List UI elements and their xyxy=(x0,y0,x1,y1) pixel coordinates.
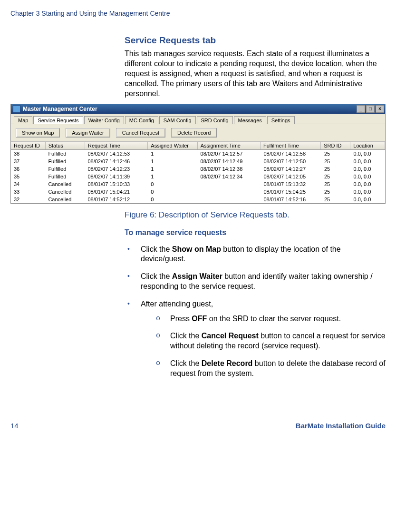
cell: 08/01/07 14:52:12 xyxy=(85,196,148,203)
column-header[interactable]: Request ID xyxy=(11,142,46,149)
tab-srd-config[interactable]: SRD Config xyxy=(197,116,233,124)
screenshot-window: Master Management Center _ □ × MapServic… xyxy=(10,104,386,204)
show-on-map-button[interactable]: Show on Map xyxy=(16,128,60,138)
tab-sam-config[interactable]: SAM Config xyxy=(159,116,196,124)
window-titlebar: Master Management Center _ □ × xyxy=(11,104,385,114)
column-header[interactable]: Location xyxy=(350,142,385,149)
cell: 0.0, 0.0 xyxy=(351,158,385,165)
chapter-header: Chapter 3 Starting and Using the Managem… xyxy=(10,10,386,17)
cancel-request-button[interactable]: Cancel Request xyxy=(116,128,165,138)
cell: 25 xyxy=(321,188,351,196)
cell: 08/01/07 15:04:21 xyxy=(85,188,148,196)
table-row[interactable]: 35Fulfilled08/02/07 14:11:39108/02/07 14… xyxy=(11,173,385,180)
text: Click the xyxy=(141,245,172,253)
cell: 25 xyxy=(321,196,351,203)
cell: 08/02/07 14:12:34 xyxy=(198,173,261,180)
procedure-heading: To manage service requests xyxy=(125,228,386,237)
cell xyxy=(198,180,261,188)
text: Click the xyxy=(170,359,202,367)
column-header[interactable]: Fulfilment Time xyxy=(261,142,321,149)
cell: 0 xyxy=(148,180,197,188)
cell xyxy=(198,188,261,196)
close-button[interactable]: × xyxy=(376,105,384,113)
tab-map[interactable]: Map xyxy=(14,116,32,124)
cell xyxy=(198,196,261,203)
sub-press-off: Press OFF on the SRD to clear the server… xyxy=(156,314,386,324)
cell: 33 xyxy=(11,188,45,196)
cell: 35 xyxy=(11,173,45,180)
bold-text: Cancel Request xyxy=(202,332,259,340)
guide-title: BarMate Installation Guide xyxy=(296,422,386,430)
table-row[interactable]: 34Cancelled08/01/07 15:10:33008/01/07 15… xyxy=(11,180,385,188)
cell: 1 xyxy=(148,165,197,173)
assign-waiter-button[interactable]: Assign Waiter xyxy=(66,128,110,138)
text: After attending guest, xyxy=(141,300,213,308)
bullet-assign-waiter: Click the Assign Waiter button and ident… xyxy=(125,272,386,292)
grid-body: 38Fulfilled08/02/07 14:12:53108/02/07 14… xyxy=(11,150,385,203)
tab-waiter-config[interactable]: Waiter Config xyxy=(84,116,124,124)
cell: Fulfilled xyxy=(45,165,85,173)
delete-record-button[interactable]: Delete Record xyxy=(171,128,217,138)
cell: 25 xyxy=(321,150,351,158)
column-header[interactable]: Assigned Waiter xyxy=(148,142,197,149)
tab-messages[interactable]: Messages xyxy=(234,116,266,124)
cell: 34 xyxy=(11,180,45,188)
cell: 08/02/07 14:12:27 xyxy=(261,165,321,173)
figure-caption: Figure 6: Description of Service Request… xyxy=(125,210,386,220)
cell: 0.0, 0.0 xyxy=(351,173,385,180)
cell: 08/02/07 14:12:46 xyxy=(85,158,148,165)
table-row[interactable]: 33Cancelled08/01/07 15:04:21008/01/07 15… xyxy=(11,188,385,196)
tab-service-requests[interactable]: Service Requests xyxy=(33,116,83,124)
text: on the SRD to clear the server request. xyxy=(207,315,341,323)
cell: 08/02/07 14:12:05 xyxy=(261,173,321,180)
table-row[interactable]: 38Fulfilled08/02/07 14:12:53108/02/07 14… xyxy=(11,150,385,158)
cell: 08/01/07 15:10:33 xyxy=(85,180,148,188)
data-grid: Request IDStatusRequest TimeAssigned Wai… xyxy=(11,141,385,203)
tab-settings[interactable]: Settings xyxy=(267,116,295,124)
cell: 0.0, 0.0 xyxy=(351,196,385,203)
cell: 08/01/07 14:52:16 xyxy=(261,196,321,203)
toolbar: Show on MapAssign WaiterCancel RequestDe… xyxy=(11,124,385,141)
cell: 08/02/07 14:12:50 xyxy=(261,158,321,165)
text: Click the xyxy=(170,332,202,340)
cell: 08/01/07 15:04:25 xyxy=(261,188,321,196)
cell: 08/01/07 15:13:32 xyxy=(261,180,321,188)
cell: 0.0, 0.0 xyxy=(351,150,385,158)
column-header[interactable]: Status xyxy=(46,142,85,149)
bold-text: Show on Map xyxy=(172,245,221,253)
bullet-after-attending: After attending guest, Press OFF on the … xyxy=(125,299,386,379)
column-header[interactable]: Assignment Time xyxy=(198,142,261,149)
cell: 38 xyxy=(11,150,45,158)
cell: Cancelled xyxy=(45,180,85,188)
bold-text: Delete Record xyxy=(202,359,253,367)
table-row[interactable]: 36Fulfilled08/02/07 14:12:23108/02/07 14… xyxy=(11,165,385,173)
table-row[interactable]: 37Fulfilled08/02/07 14:12:46108/02/07 14… xyxy=(11,158,385,165)
text: Press xyxy=(170,315,192,323)
tabs-row: MapService RequestsWaiter ConfigMC Confi… xyxy=(11,114,385,124)
cell: 1 xyxy=(148,158,197,165)
cell: 1 xyxy=(148,173,197,180)
cell: 08/02/07 14:12:57 xyxy=(198,150,261,158)
cell: Cancelled xyxy=(45,196,85,203)
section-intro: This tab manages service requests. Each … xyxy=(125,49,386,99)
bold-text: OFF xyxy=(192,315,207,323)
cell: 36 xyxy=(11,165,45,173)
page-number: 14 xyxy=(10,422,19,430)
sub-cancel-request: Click the Cancel Request button to cance… xyxy=(156,331,386,351)
cell: 08/02/07 14:12:53 xyxy=(85,150,148,158)
tab-mc-config[interactable]: MC Config xyxy=(125,116,158,124)
cell: 08/02/07 14:12:23 xyxy=(85,165,148,173)
bold-text: Assign Waiter xyxy=(172,272,222,280)
cell: 25 xyxy=(321,165,351,173)
maximize-button[interactable]: □ xyxy=(366,105,375,113)
cell: 25 xyxy=(321,173,351,180)
cell: 0.0, 0.0 xyxy=(351,180,385,188)
section-title: Service Requests tab xyxy=(125,35,386,46)
cell: 08/02/07 14:12:58 xyxy=(261,150,321,158)
column-header[interactable]: Request Time xyxy=(85,142,148,149)
minimize-button[interactable]: _ xyxy=(357,105,365,113)
column-header[interactable]: SRD ID xyxy=(321,142,350,149)
app-icon xyxy=(13,105,20,113)
bullet-show-on-map: Click the Show on Map button to display … xyxy=(125,245,386,265)
table-row[interactable]: 32Cancelled08/01/07 14:52:12008/01/07 14… xyxy=(11,196,385,203)
